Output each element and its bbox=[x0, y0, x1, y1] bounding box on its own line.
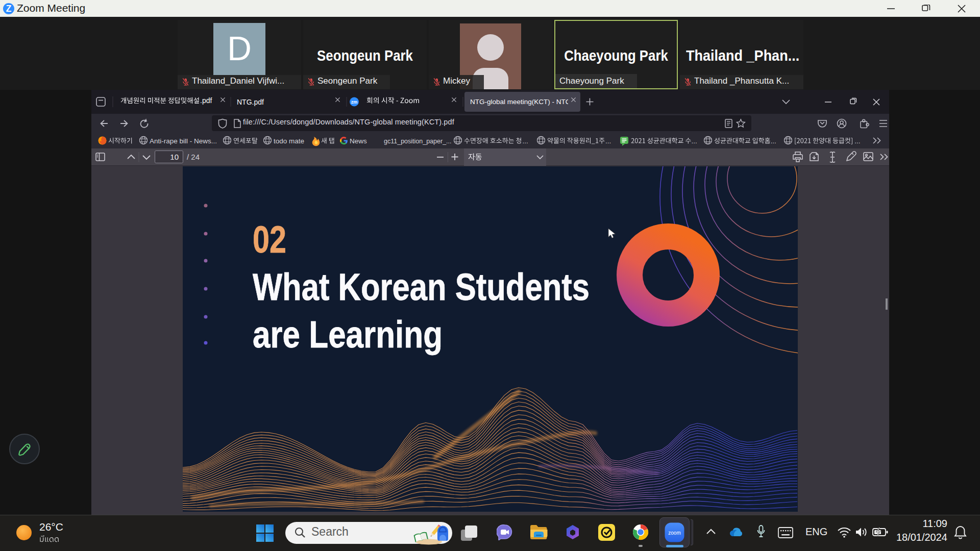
svg-text:...: ... bbox=[771, 137, 776, 145]
svg-text:Anti-rape bill - News...: Anti-rape bill - News... bbox=[150, 137, 217, 145]
svg-text:zoom: zoom bbox=[668, 530, 680, 536]
svg-text:...: ... bbox=[522, 137, 528, 145]
svg-text:Z: Z bbox=[6, 4, 12, 14]
svg-text:zm: zm bbox=[351, 99, 358, 105]
svg-text:02: 02 bbox=[253, 218, 286, 261]
svg-text:gc11_position_paper_...: gc11_position_paper_... bbox=[384, 138, 452, 145]
svg-text:...: ... bbox=[605, 137, 611, 145]
svg-text:News: News bbox=[350, 137, 367, 145]
svg-text:...: ... bbox=[691, 137, 697, 145]
svg-text:...: ... bbox=[854, 137, 860, 145]
svg-text:todo mate: todo mate bbox=[274, 137, 304, 145]
svg-text:/ 24: / 24 bbox=[187, 153, 200, 161]
svg-text:are Learning: are Learning bbox=[253, 313, 443, 356]
svg-text:What Korean Students: What Korean Students bbox=[253, 265, 590, 308]
svg-text:10: 10 bbox=[170, 153, 179, 161]
svg-text:.pdf: .pdf bbox=[200, 96, 212, 105]
